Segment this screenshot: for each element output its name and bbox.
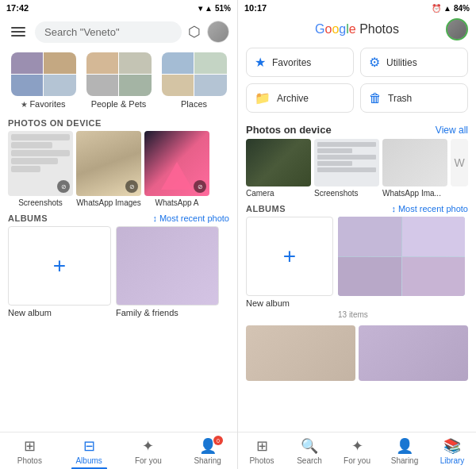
new-album-thumb: + [8, 226, 111, 306]
camera-label: Camera [246, 189, 311, 198]
utilities-icon: ⚙ [369, 55, 380, 70]
battery-icon-r: 84% [454, 4, 470, 13]
places-label: Places [181, 99, 207, 109]
right-nav-photos[interactable]: ⊞ Photos [238, 432, 286, 469]
favorites-btn-label: Favorites [272, 57, 311, 68]
trash-icon: 🗑 [369, 91, 382, 106]
plus-icon: + [53, 253, 66, 279]
cast-icon[interactable]: ⬡ [188, 23, 201, 40]
albums-nav-label: Albums [75, 456, 102, 465]
albums-row: + New album Family & friends [0, 226, 237, 317]
sort-icon: ↕ [152, 213, 157, 223]
new-album-item[interactable]: + New album [8, 226, 111, 317]
right-albums-row: + New album 13 items [238, 217, 476, 319]
right-new-album-thumb: + [246, 217, 333, 296]
categories-row: ★ Favorites People & Pets Pl [0, 48, 237, 113]
category-favorites[interactable]: ★ Favorites [8, 52, 79, 109]
right-thumb-extra: W [451, 139, 468, 186]
right-search-nav-icon: 🔍 [301, 437, 318, 455]
left-search-bar[interactable]: Search "Veneto" [35, 21, 182, 43]
archive-icon: 📁 [255, 90, 271, 106]
sharing-badge: 0 [213, 436, 223, 445]
no-photo-badge-2: ⊘ [125, 180, 138, 193]
star-action-icon: ★ [255, 55, 266, 70]
right-photos-nav-icon: ⊞ [256, 437, 268, 455]
right-for-you-nav-icon: ✦ [351, 437, 363, 455]
right-most-recent-label: Most recent photo [398, 204, 468, 213]
category-places[interactable]: Places [159, 52, 229, 109]
nav-photos[interactable]: ⊞ Photos [0, 432, 60, 469]
category-people-pets[interactable]: People & Pets [83, 52, 154, 109]
bottom-section [238, 319, 476, 381]
right-family-thumb [338, 217, 465, 296]
right-camera[interactable]: Camera [246, 139, 311, 198]
device-whatsapp-a[interactable]: ⊘ WhatsApp A [144, 131, 209, 207]
whatsapp-a-label: WhatsApp A [155, 198, 198, 207]
right-nav-search[interactable]: 🔍 Search [286, 432, 333, 469]
right-new-album[interactable]: + New album [246, 217, 333, 319]
view-all-link[interactable]: View all [436, 125, 468, 136]
favorites-label: ★ Favorites [21, 99, 65, 109]
nav-sharing[interactable]: 👤 Sharing 0 [178, 432, 237, 469]
left-avatar[interactable] [207, 21, 229, 43]
no-photo-badge-3: ⊘ [194, 180, 206, 193]
screenshots-thumb: ⊘ [8, 131, 73, 196]
nav-for-you[interactable]: ✦ For you [119, 432, 178, 469]
app-logo: Google Photos [315, 22, 399, 37]
star-icon: ★ [21, 100, 28, 109]
food-thumb: ⊘ [76, 131, 141, 196]
favorites-btn[interactable]: ★ Favorites [246, 48, 354, 77]
most-recent-button[interactable]: ↕ Most recent photo [152, 213, 229, 223]
right-screenshots-label: Screenshots [314, 189, 379, 198]
sharing-nav-label: Sharing [194, 456, 221, 465]
right-nav-library[interactable]: 📚 Library [428, 432, 476, 469]
right-photos-device-title: Photos on device [246, 124, 332, 136]
right-most-recent-btn[interactable]: ↕ Most recent photo [391, 204, 468, 213]
archive-btn[interactable]: 📁 Archive [246, 83, 354, 113]
family-album-label: Family & friends [116, 308, 219, 317]
trash-btn[interactable]: 🗑 Trash [360, 83, 468, 113]
places-thumb [162, 52, 227, 96]
right-header: Google Photos [238, 16, 476, 43]
albums-header: ALBUMS ↕ Most recent photo [0, 207, 237, 226]
right-status-icons: ⏰ ▲ 84% [432, 4, 470, 13]
left-status-bar: 17:42 ▾ ▲ 51% [0, 0, 237, 16]
right-screenshots[interactable]: Screenshots [314, 139, 379, 198]
device-screenshots[interactable]: ⊘ Screenshots [8, 131, 73, 207]
right-photos-device-header: Photos on device View all [238, 117, 476, 139]
action-grid: ★ Favorites ⚙ Utilities 📁 Archive 🗑 Tras… [238, 43, 476, 117]
nav-albums[interactable]: ⊟ Albums [60, 432, 119, 469]
whatsapp-thumb [382, 139, 447, 186]
right-panel: 10:17 ⏰ ▲ 84% Google Photos ★ Favorites … [238, 0, 476, 469]
battery-icon: 51% [215, 4, 231, 13]
right-avatar[interactable] [446, 18, 468, 40]
right-plus-icon: + [283, 244, 296, 269]
right-family-label [338, 298, 465, 308]
hamburger-icon[interactable] [8, 24, 29, 40]
left-bottom-nav: ⊞ Photos ⊟ Albums ✦ For you 👤 Sharing 0 [0, 432, 237, 469]
left-header: Search "Veneto" ⬡ [0, 16, 237, 48]
right-nav-for-you[interactable]: ✦ For you [333, 432, 381, 469]
device-whatsapp-images[interactable]: ⊘ WhatsApp Images [76, 131, 141, 207]
alarm-icon: ⏰ [432, 4, 441, 13]
bottom-thumb-1 [246, 325, 355, 381]
left-status-icons: ▾ ▲ 51% [198, 4, 231, 13]
photos-on-device-label: PHOTOS ON DEVICE [0, 113, 237, 131]
right-family-sublabel: 13 items [338, 310, 465, 319]
albums-nav-icon: ⊟ [83, 437, 95, 455]
right-sharing-nav-icon: 👤 [396, 437, 413, 455]
right-sort-icon: ↕ [391, 204, 396, 213]
right-nav-sharing[interactable]: 👤 Sharing [381, 432, 428, 469]
family-album-item[interactable]: Family & friends [116, 226, 219, 317]
left-panel: 17:42 ▾ ▲ 51% Search "Veneto" ⬡ [0, 0, 238, 469]
right-whatsapp[interactable]: WhatsApp Ima... [382, 139, 447, 198]
photos-nav-icon: ⊞ [24, 437, 36, 455]
wifi-icon: ▲ [205, 4, 213, 13]
utilities-btn[interactable]: ⚙ Utilities [360, 48, 468, 77]
right-family-album[interactable]: 13 items [338, 217, 465, 319]
sim-icon: ▾ [198, 4, 202, 13]
right-for-you-nav-label: For you [344, 456, 370, 465]
art-thumb: ⊘ [144, 131, 209, 196]
right-whatsapp-label: WhatsApp Ima... [382, 189, 447, 198]
whatsapp-images-label: WhatsApp Images [76, 198, 141, 207]
